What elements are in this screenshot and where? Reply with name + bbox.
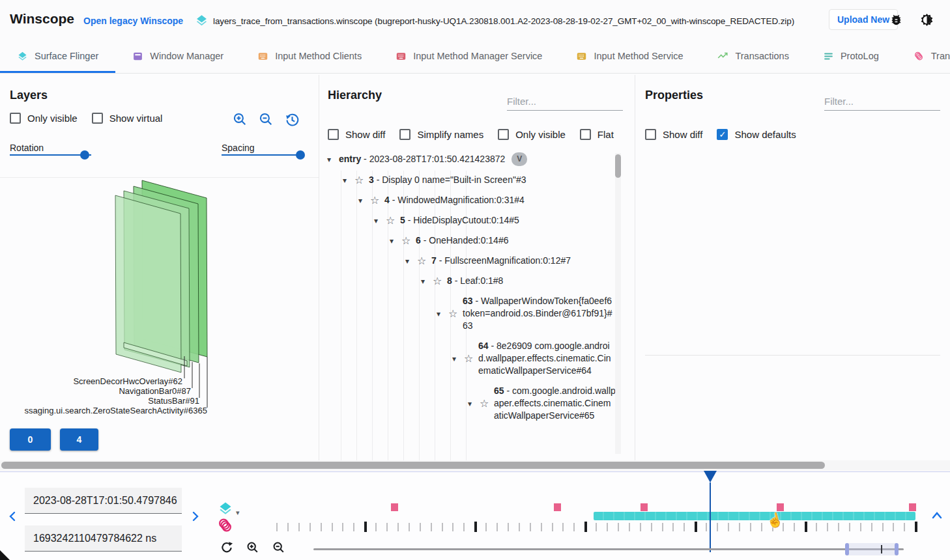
tab-input-method-manager-service[interactable]: Input Method Manager Service	[379, 39, 559, 73]
properties-checkbox-show-diff[interactable]: Show diff	[645, 129, 702, 140]
ruler-tick	[541, 523, 542, 531]
mouse-hand-cursor: ☝	[764, 511, 784, 530]
checkbox-box[interactable]	[399, 129, 410, 140]
tab-transactions[interactable]: Transactions	[700, 39, 805, 73]
pin-star-icon[interactable]: ☆	[370, 194, 384, 206]
checkbox-box[interactable]	[328, 129, 339, 140]
tree-node[interactable]: ▾ ☆ 5 - HideDisplayCutout:0:14#5	[324, 214, 616, 227]
tree-node[interactable]: ▾ ☆ 7 - FullscreenMagnification:0:12#7	[324, 255, 616, 267]
ruler-tick	[298, 523, 300, 531]
layer-label[interactable]: ssaging.ui.search.ZeroStateSearchActivit…	[0, 406, 207, 415]
tree-node[interactable]: ▾ ☆ 6 - OneHanded:0:14#6	[324, 234, 616, 247]
expand-toggle-icon[interactable]: ▾	[452, 354, 464, 363]
zoom-in-icon[interactable]	[246, 541, 259, 557]
expand-toggle-icon[interactable]: ▾	[374, 216, 386, 225]
transition-marker[interactable]	[777, 503, 784, 511]
transition-marker[interactable]	[391, 503, 398, 511]
properties-checkbox-show-defaults[interactable]: ✓ Show defaults	[717, 129, 796, 140]
app-title: Winscope	[10, 11, 74, 27]
layer-label[interactable]: StatusBar#91	[0, 396, 199, 406]
transition-marker[interactable]	[641, 503, 648, 511]
tree-node[interactable]: ▾ ☆ 65 - com.google.android.wallpaper.ef…	[324, 385, 616, 422]
tree-node[interactable]: ▾ ☆ 64 - 8e26909 com.google.android.wall…	[324, 340, 616, 377]
minimap-selection[interactable]	[847, 543, 897, 555]
hierarchy-checkbox-simplify-names[interactable]: Simplify names	[399, 129, 483, 140]
hierarchy-checkbox-only-visible[interactable]: Only visible	[498, 129, 566, 140]
hierarchy-checkbox-show-diff[interactable]: Show diff	[328, 129, 385, 140]
previous-entry-button[interactable]	[7, 510, 20, 525]
protolog-icon	[823, 51, 834, 62]
timeline-cursor-line[interactable]	[710, 483, 711, 552]
refresh-icon[interactable]	[220, 541, 233, 557]
ruler-tick	[332, 523, 333, 531]
pin-star-icon[interactable]: ☆	[464, 352, 478, 365]
minimap-right-handle[interactable]	[895, 543, 899, 555]
expand-toggle-icon[interactable]: ▾	[405, 257, 417, 266]
timeline-cursor-handle[interactable]	[704, 471, 717, 483]
checkbox-box[interactable]	[645, 129, 656, 140]
expand-toggle-icon[interactable]: ▾	[468, 399, 480, 408]
horizontal-scrollbar-thumb[interactable]	[1, 462, 825, 469]
hierarchy-filter-input[interactable]	[507, 92, 623, 111]
expand-timeline-chevron-icon[interactable]	[930, 510, 943, 523]
display-id-button[interactable]: 0	[10, 428, 51, 451]
tab-label: Input Method Service	[594, 51, 683, 61]
report-bug-icon[interactable]	[889, 12, 904, 30]
timestamp-human-input[interactable]: 2023-08-28T17:01:50.4797846	[25, 488, 182, 514]
keyboard-icon	[576, 51, 587, 62]
tree-node-label: 4 - WindowedMagnification:0:31#4	[384, 194, 525, 206]
expand-toggle-icon[interactable]: ▾	[437, 309, 448, 318]
pin-star-icon[interactable]: ☆	[480, 397, 494, 410]
expand-toggle-icon[interactable]: ▾	[358, 196, 370, 205]
transition-marker[interactable]	[909, 503, 916, 511]
tree-node[interactable]: ▾ entry - 2023-08-28T17:01:50.421423872V	[324, 152, 616, 166]
zoom-out-icon[interactable]	[272, 541, 285, 557]
transition-marker[interactable]	[554, 503, 561, 511]
layers-icon	[17, 51, 28, 62]
upload-new-button[interactable]: Upload New	[829, 9, 898, 30]
timestamp-ns-input[interactable]: 1693242110479784622 ns	[25, 525, 182, 552]
tab-transitions[interactable]: Transitions	[896, 39, 950, 73]
minimap-cursor-tick	[881, 545, 882, 553]
expand-toggle-icon[interactable]: ▾	[390, 236, 401, 245]
hierarchy-checkbox-flat[interactable]: Flat	[580, 129, 614, 140]
ruler-tick	[695, 522, 697, 532]
tab-input-method-clients[interactable]: Input Method Clients	[240, 39, 379, 73]
tab-window-manager[interactable]: Window Manager	[115, 39, 240, 73]
ruler-tick	[474, 522, 477, 532]
expand-toggle-icon[interactable]: ▾	[421, 277, 433, 286]
minimap-track[interactable]	[313, 548, 904, 550]
display-id-button[interactable]: 4	[60, 428, 98, 451]
pin-star-icon[interactable]: ☆	[401, 234, 416, 247]
tree-scrollbar-track[interactable]	[615, 153, 621, 454]
pin-star-icon[interactable]: ☆	[386, 214, 400, 227]
chevron-down-icon[interactable]: ▾	[236, 509, 240, 517]
open-legacy-link[interactable]: Open legacy Winscope	[83, 16, 183, 26]
tree-node[interactable]: ▾ ☆ 8 - Leaf:0:1#8	[324, 275, 616, 287]
pin-star-icon[interactable]: ☆	[433, 275, 447, 287]
expand-toggle-icon[interactable]: ▾	[343, 176, 354, 185]
next-entry-button[interactable]	[189, 510, 202, 525]
tab-surface-flinger[interactable]: Surface Flinger	[0, 39, 115, 73]
pin-star-icon[interactable]: ☆	[448, 307, 463, 320]
checkbox-box[interactable]	[580, 129, 591, 140]
tree-node[interactable]: ▾ ☆ 4 - WindowedMagnification:0:31#4	[324, 194, 616, 206]
checkbox-box[interactable]	[498, 129, 509, 140]
tab-label: ProtoLog	[841, 51, 879, 61]
sf-active-range-bar[interactable]	[594, 512, 915, 520]
layer-label[interactable]: NavigationBar0#87	[0, 386, 191, 396]
properties-filter-input[interactable]	[824, 92, 940, 111]
expand-toggle-icon[interactable]: ▾	[327, 155, 339, 164]
tree-node[interactable]: ▾ ☆ 63 - WallpaperWindowToken{fa0eef6 to…	[324, 295, 616, 332]
ruler-tick	[584, 522, 587, 532]
checkbox-box[interactable]: ✓	[717, 129, 728, 140]
tree-scrollbar-thumb[interactable]	[615, 154, 621, 178]
pin-star-icon[interactable]: ☆	[417, 255, 431, 267]
tab-protolog[interactable]: ProtoLog	[806, 39, 896, 73]
tab-input-method-service[interactable]: Input Method Service	[559, 39, 700, 73]
pin-star-icon[interactable]: ☆	[354, 174, 369, 186]
minimap-left-handle[interactable]	[845, 543, 849, 555]
layer-label[interactable]: ScreenDecorHwcOverlay#62	[0, 376, 182, 386]
dark-mode-toggle-icon[interactable]	[919, 12, 934, 30]
tree-node[interactable]: ▾ ☆ 3 - Display 0 name="Built-in Screen"…	[324, 174, 616, 186]
